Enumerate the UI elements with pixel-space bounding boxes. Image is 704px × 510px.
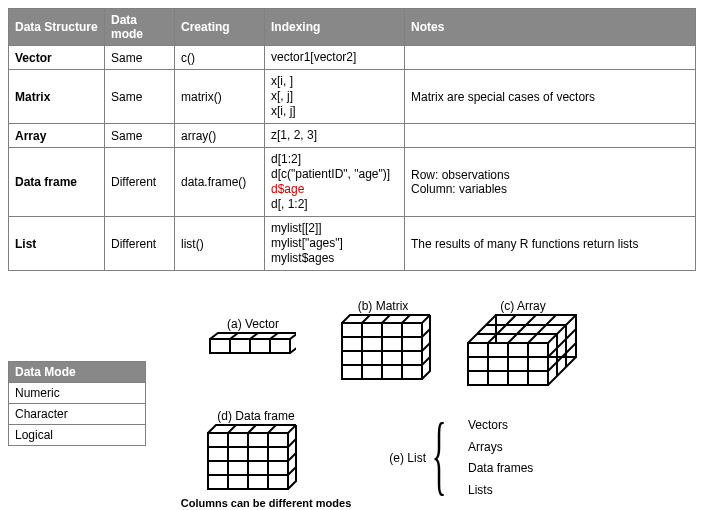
cell-structure: Matrix xyxy=(9,70,105,124)
cell-mode: Different xyxy=(105,217,175,271)
svg-line-48 xyxy=(288,425,296,433)
svg-line-49 xyxy=(228,425,236,433)
cell-notes: Row: observations Column: variables xyxy=(405,148,696,217)
cell-indexing: vector1[vector2] xyxy=(265,46,405,70)
brace-icon: { xyxy=(432,411,447,499)
mode-row: Logical xyxy=(9,425,146,446)
cell-creating: c() xyxy=(175,46,265,70)
dataframe-caption: Columns can be different modes xyxy=(176,497,356,509)
list-item: Lists xyxy=(468,480,533,502)
cell-creating: matrix() xyxy=(175,70,265,124)
diagram-label-vector: (a) Vector xyxy=(213,317,293,331)
cell-indexing: z[1, 2, 3] xyxy=(265,124,405,148)
mode-header: Data Mode xyxy=(9,362,146,383)
col-header-creating: Creating xyxy=(175,9,265,46)
cell-notes: Matrix are special cases of vectors xyxy=(405,70,696,124)
svg-line-51 xyxy=(268,425,276,433)
cell-notes xyxy=(405,46,696,70)
cell-notes: The results of many R functions return l… xyxy=(405,217,696,271)
cell-indexing: x[i, ] x[, j] x[i, j] xyxy=(265,70,405,124)
col-header-mode: Data mode xyxy=(105,9,175,46)
svg-line-20 xyxy=(422,343,430,351)
svg-line-54 xyxy=(288,467,296,475)
diagram-label-array: (c) Array xyxy=(483,299,563,313)
svg-line-21 xyxy=(422,357,430,365)
svg-line-18 xyxy=(402,315,410,323)
svg-line-53 xyxy=(288,453,296,461)
vector-icon xyxy=(208,331,296,357)
array-icon xyxy=(466,313,586,391)
col-header-indexing: Indexing xyxy=(265,9,405,46)
table-row: List Different list() mylist[[2]] mylist… xyxy=(9,217,696,271)
cell-indexing: mylist[[2]] mylist["ages"] mylist$ages xyxy=(265,217,405,271)
svg-line-50 xyxy=(248,425,256,433)
cell-structure: List xyxy=(9,217,105,271)
matrix-icon xyxy=(340,313,436,385)
cell-creating: data.frame() xyxy=(175,148,265,217)
cell-structure: Array xyxy=(9,124,105,148)
list-item: Data frames xyxy=(468,458,533,480)
cell-indexing: d[1:2] d[c("patientID", "age")] d$age d[… xyxy=(265,148,405,217)
cell-structure: Vector xyxy=(9,46,105,70)
svg-line-52 xyxy=(288,439,296,447)
table-row: Data frame Different data.frame() d[1:2]… xyxy=(9,148,696,217)
cell-notes xyxy=(405,124,696,148)
cell-structure: Data frame xyxy=(9,148,105,217)
cell-mode: Same xyxy=(105,124,175,148)
diagram-label-matrix: (b) Matrix xyxy=(343,299,423,313)
cell-mode: Different xyxy=(105,148,175,217)
diagram-label-list: (e) List xyxy=(366,451,426,465)
list-item: Vectors xyxy=(468,415,533,437)
cell-creating: list() xyxy=(175,217,265,271)
data-mode-table: Data Mode Numeric Character Logical xyxy=(8,361,146,446)
table-row: Array Same array() z[1, 2, 3] xyxy=(9,124,696,148)
dataframe-icon xyxy=(206,423,302,495)
mode-row: Character xyxy=(9,404,146,425)
cell-mode: Same xyxy=(105,46,175,70)
mode-row: Numeric xyxy=(9,383,146,404)
table-row: Matrix Same matrix() x[i, ] x[, j] x[i, … xyxy=(9,70,696,124)
cell-mode: Same xyxy=(105,70,175,124)
cell-creating: array() xyxy=(175,124,265,148)
diagram-area: Data Mode Numeric Character Logical (a) … xyxy=(8,299,696,510)
list-contents: Vectors Arrays Data frames Lists xyxy=(468,415,533,501)
col-header-structure: Data Structure xyxy=(9,9,105,46)
diagram-label-dataframe: (d) Data frame xyxy=(206,409,306,423)
svg-line-15 xyxy=(422,315,430,323)
table-row: Vector Same c() vector1[vector2] xyxy=(9,46,696,70)
svg-line-17 xyxy=(382,315,390,323)
list-item: Arrays xyxy=(468,437,533,459)
svg-line-26 xyxy=(548,357,576,385)
svg-line-19 xyxy=(422,329,430,337)
col-header-notes: Notes xyxy=(405,9,696,46)
data-structures-table: Data Structure Data mode Creating Indexi… xyxy=(8,8,696,271)
svg-line-16 xyxy=(362,315,370,323)
